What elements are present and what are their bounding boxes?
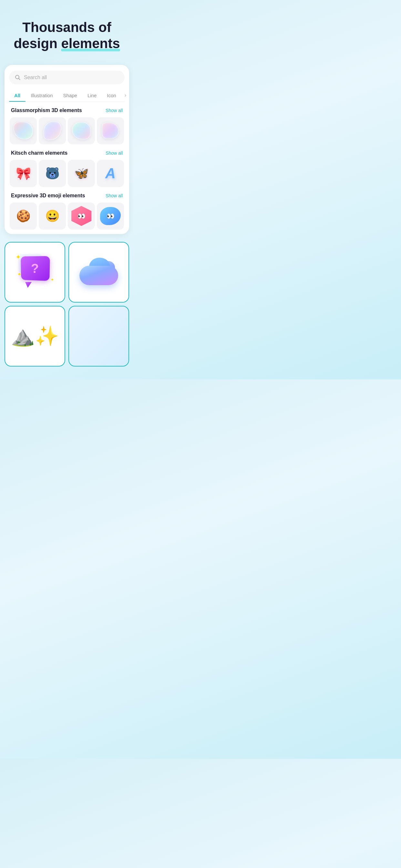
tab-shape[interactable]: Shape xyxy=(58,89,82,101)
blob-blue-shape: 👀 xyxy=(100,207,121,225)
preview-card-question[interactable]: ✦ ✦ ✦ xyxy=(4,242,65,303)
section-title-kitsch: Kitsch charm elements xyxy=(11,150,67,156)
section-header-emoji: Expressive 3D emoji elements Show all xyxy=(10,193,124,198)
glass-element-2[interactable] xyxy=(39,117,66,144)
show-all-glassmorphism[interactable]: Show all xyxy=(105,108,123,113)
kitsch-letter-a[interactable]: A xyxy=(97,160,124,187)
emoji-grid: 🍪 😀 👀 xyxy=(10,203,124,229)
preview-card-mountain[interactable]: ⛰️✨ xyxy=(4,306,65,367)
section-title-emoji: Expressive 3D emoji elements xyxy=(11,193,85,198)
emoji-hex[interactable] xyxy=(68,203,95,229)
section-header-glassmorphism: Glassmorphism 3D elements Show all xyxy=(10,107,124,113)
glass-element-4[interactable] xyxy=(97,117,124,144)
cookie-icon: 🍪 xyxy=(16,209,31,223)
hero-line1: Thousands of xyxy=(22,20,111,35)
section-title-glassmorphism: Glassmorphism 3D elements xyxy=(11,107,82,113)
tab-illustration[interactable]: Illustration xyxy=(26,89,58,101)
hex-emoji-shape xyxy=(71,206,91,226)
preview-card-placeholder[interactable] xyxy=(68,306,129,367)
section-glassmorphism: Glassmorphism 3D elements Show all xyxy=(9,107,125,144)
butterfly-icon: 🦋 xyxy=(74,166,89,180)
search-placeholder: Search all xyxy=(24,74,47,81)
emoji-cookie[interactable]: 🍪 xyxy=(10,203,37,229)
search-bar[interactable]: Search all xyxy=(9,71,125,84)
letter-a-icon: A xyxy=(105,165,116,182)
section-kitsch: Kitsch charm elements Show all 🎀 🐻 🦋 A xyxy=(9,150,125,187)
kitsch-grid: 🎀 🐻 🦋 A xyxy=(10,160,124,187)
search-panel: Search all All Illustration Shape Line I… xyxy=(4,65,129,234)
bear-icon: 🐻 xyxy=(45,166,60,180)
star3-icon: ✦ xyxy=(17,271,21,277)
emoji-smiley[interactable]: 😀 xyxy=(39,203,66,229)
section-header-kitsch: Kitsch charm elements Show all xyxy=(10,150,124,156)
hero-section: Thousands of design elements xyxy=(0,0,134,62)
show-all-emoji[interactable]: Show all xyxy=(105,193,123,198)
tab-all[interactable]: All xyxy=(9,89,26,101)
preview-card-cloud[interactable] xyxy=(68,242,129,303)
star2-icon: ✦ xyxy=(50,277,54,282)
tab-icon[interactable]: Icon xyxy=(102,89,121,101)
glass-element-3[interactable] xyxy=(68,117,95,144)
tabs-arrow[interactable]: › xyxy=(121,90,129,101)
bottom-preview-grid: ✦ ✦ ✦ ⛰️✨ xyxy=(0,237,134,367)
hero-highlight: elements xyxy=(61,35,120,52)
search-icon xyxy=(15,74,21,81)
bow-icon: 🎀 xyxy=(16,166,31,181)
hero-title: Thousands of design elements xyxy=(13,20,121,52)
tabs-row: All Illustration Shape Line Icon › xyxy=(9,89,125,102)
smiley-icon: 😀 xyxy=(45,209,60,223)
question-box-illustration: ✦ ✦ ✦ xyxy=(20,256,50,288)
svg-line-1 xyxy=(19,78,20,80)
page-container: Thousands of design elements Search all … xyxy=(0,0,134,379)
emoji-blob[interactable]: 👀 xyxy=(97,203,124,229)
mountain-illustration: ⛰️✨ xyxy=(11,324,59,347)
hero-line2: design xyxy=(13,36,57,51)
kitsch-bow[interactable]: 🎀 xyxy=(10,160,37,187)
section-emoji: Expressive 3D emoji elements Show all 🍪 … xyxy=(9,193,125,229)
star1-icon: ✦ xyxy=(16,253,21,261)
cloud-illustration xyxy=(80,259,118,285)
kitsch-bear[interactable]: 🐻 xyxy=(39,160,66,187)
show-all-kitsch[interactable]: Show all xyxy=(105,151,123,156)
glass-element-1[interactable] xyxy=(10,117,37,144)
tab-line[interactable]: Line xyxy=(82,89,102,101)
kitsch-butterfly[interactable]: 🦋 xyxy=(68,160,95,187)
glassmorphism-grid xyxy=(10,117,124,144)
